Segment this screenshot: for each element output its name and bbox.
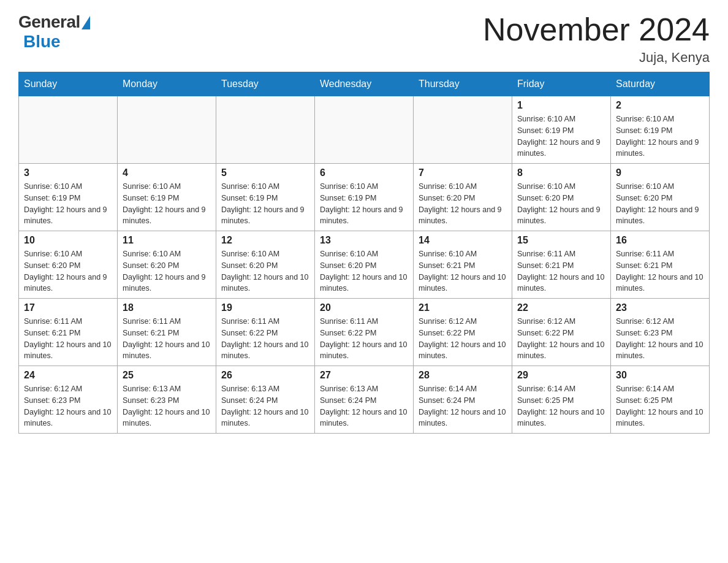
day-info: Sunrise: 6:14 AMSunset: 6:25 PMDaylight:…	[517, 383, 605, 429]
calendar-week-5: 24Sunrise: 6:12 AMSunset: 6:23 PMDayligh…	[19, 366, 710, 434]
day-info: Sunrise: 6:11 AMSunset: 6:21 PMDaylight:…	[616, 248, 704, 294]
calendar-cell	[315, 96, 414, 164]
day-number: 13	[320, 235, 408, 246]
day-number: 26	[221, 370, 309, 381]
logo-triangle-icon	[82, 16, 90, 29]
calendar-cell: 28Sunrise: 6:14 AMSunset: 6:24 PMDayligh…	[414, 366, 512, 434]
calendar-header-saturday: Saturday	[611, 72, 710, 96]
day-info: Sunrise: 6:10 AMSunset: 6:20 PMDaylight:…	[320, 248, 408, 294]
calendar-cell: 2Sunrise: 6:10 AMSunset: 6:19 PMDaylight…	[611, 96, 710, 164]
calendar-week-3: 10Sunrise: 6:10 AMSunset: 6:20 PMDayligh…	[19, 231, 710, 299]
day-info: Sunrise: 6:10 AMSunset: 6:20 PMDaylight:…	[24, 248, 112, 294]
day-number: 4	[123, 167, 211, 178]
logo: General Blue	[18, 12, 90, 52]
day-info: Sunrise: 6:10 AMSunset: 6:19 PMDaylight:…	[123, 181, 211, 227]
calendar-cell	[19, 96, 118, 164]
day-number: 3	[24, 167, 112, 178]
calendar-cell: 6Sunrise: 6:10 AMSunset: 6:19 PMDaylight…	[315, 164, 414, 231]
day-info: Sunrise: 6:10 AMSunset: 6:20 PMDaylight:…	[419, 181, 507, 227]
day-number: 9	[616, 167, 704, 178]
calendar-cell: 27Sunrise: 6:13 AMSunset: 6:24 PMDayligh…	[315, 366, 414, 434]
calendar-cell: 3Sunrise: 6:10 AMSunset: 6:19 PMDaylight…	[19, 164, 118, 231]
calendar-cell: 21Sunrise: 6:12 AMSunset: 6:22 PMDayligh…	[414, 299, 512, 366]
day-number: 27	[320, 370, 408, 381]
day-number: 7	[419, 167, 507, 178]
day-info: Sunrise: 6:13 AMSunset: 6:24 PMDaylight:…	[320, 383, 408, 429]
calendar-header-sunday: Sunday	[19, 72, 118, 96]
calendar-header-wednesday: Wednesday	[315, 72, 414, 96]
day-info: Sunrise: 6:11 AMSunset: 6:21 PMDaylight:…	[517, 248, 605, 294]
day-info: Sunrise: 6:14 AMSunset: 6:25 PMDaylight:…	[616, 383, 704, 429]
calendar-cell: 11Sunrise: 6:10 AMSunset: 6:20 PMDayligh…	[118, 231, 216, 299]
day-info: Sunrise: 6:13 AMSunset: 6:24 PMDaylight:…	[221, 383, 309, 429]
calendar-cell: 12Sunrise: 6:10 AMSunset: 6:20 PMDayligh…	[216, 231, 315, 299]
calendar-header-monday: Monday	[118, 72, 216, 96]
calendar-cell: 24Sunrise: 6:12 AMSunset: 6:23 PMDayligh…	[19, 366, 118, 434]
day-number: 14	[419, 235, 507, 246]
day-info: Sunrise: 6:11 AMSunset: 6:22 PMDaylight:…	[320, 316, 408, 362]
calendar-cell: 29Sunrise: 6:14 AMSunset: 6:25 PMDayligh…	[512, 366, 611, 434]
calendar-cell	[118, 96, 216, 164]
day-number: 6	[320, 167, 408, 178]
day-number: 2	[616, 100, 704, 111]
day-number: 11	[123, 235, 211, 246]
day-number: 23	[616, 302, 704, 313]
calendar-week-1: 1Sunrise: 6:10 AMSunset: 6:19 PMDaylight…	[19, 96, 710, 164]
calendar-cell: 17Sunrise: 6:11 AMSunset: 6:21 PMDayligh…	[19, 299, 118, 366]
day-info: Sunrise: 6:14 AMSunset: 6:24 PMDaylight:…	[419, 383, 507, 429]
day-number: 17	[24, 302, 112, 313]
day-info: Sunrise: 6:11 AMSunset: 6:22 PMDaylight:…	[221, 316, 309, 362]
calendar-cell: 14Sunrise: 6:10 AMSunset: 6:21 PMDayligh…	[414, 231, 512, 299]
logo-blue-text: Blue	[23, 32, 61, 51]
day-number: 30	[616, 370, 704, 381]
calendar-cell: 16Sunrise: 6:11 AMSunset: 6:21 PMDayligh…	[611, 231, 710, 299]
day-number: 19	[221, 302, 309, 313]
calendar-cell: 8Sunrise: 6:10 AMSunset: 6:20 PMDaylight…	[512, 164, 611, 231]
day-number: 5	[221, 167, 309, 178]
page-header: General Blue November 2024 Juja, Kenya	[18, 12, 710, 66]
calendar-cell: 20Sunrise: 6:11 AMSunset: 6:22 PMDayligh…	[315, 299, 414, 366]
calendar-cell: 15Sunrise: 6:11 AMSunset: 6:21 PMDayligh…	[512, 231, 611, 299]
day-info: Sunrise: 6:11 AMSunset: 6:21 PMDaylight:…	[123, 316, 211, 362]
day-info: Sunrise: 6:10 AMSunset: 6:20 PMDaylight:…	[616, 181, 704, 227]
calendar-header-row: SundayMondayTuesdayWednesdayThursdayFrid…	[19, 72, 710, 96]
logo-general-text: General	[18, 12, 80, 32]
calendar-week-4: 17Sunrise: 6:11 AMSunset: 6:21 PMDayligh…	[19, 299, 710, 366]
day-number: 12	[221, 235, 309, 246]
calendar-header-thursday: Thursday	[414, 72, 512, 96]
day-info: Sunrise: 6:10 AMSunset: 6:20 PMDaylight:…	[221, 248, 309, 294]
day-number: 28	[419, 370, 507, 381]
day-number: 18	[123, 302, 211, 313]
day-number: 24	[24, 370, 112, 381]
day-number: 29	[517, 370, 605, 381]
day-number: 16	[616, 235, 704, 246]
calendar-table: SundayMondayTuesdayWednesdayThursdayFrid…	[18, 72, 710, 434]
calendar-cell: 1Sunrise: 6:10 AMSunset: 6:19 PMDaylight…	[512, 96, 611, 164]
day-number: 25	[123, 370, 211, 381]
calendar-cell: 9Sunrise: 6:10 AMSunset: 6:20 PMDaylight…	[611, 164, 710, 231]
calendar-cell: 5Sunrise: 6:10 AMSunset: 6:19 PMDaylight…	[216, 164, 315, 231]
calendar-cell: 26Sunrise: 6:13 AMSunset: 6:24 PMDayligh…	[216, 366, 315, 434]
day-info: Sunrise: 6:10 AMSunset: 6:19 PMDaylight:…	[517, 113, 605, 159]
calendar-cell	[216, 96, 315, 164]
day-number: 8	[517, 167, 605, 178]
day-info: Sunrise: 6:10 AMSunset: 6:19 PMDaylight:…	[24, 181, 112, 227]
day-info: Sunrise: 6:11 AMSunset: 6:21 PMDaylight:…	[24, 316, 112, 362]
day-info: Sunrise: 6:10 AMSunset: 6:19 PMDaylight:…	[221, 181, 309, 227]
calendar-cell: 25Sunrise: 6:13 AMSunset: 6:23 PMDayligh…	[118, 366, 216, 434]
day-number: 10	[24, 235, 112, 246]
day-info: Sunrise: 6:12 AMSunset: 6:23 PMDaylight:…	[616, 316, 704, 362]
day-info: Sunrise: 6:10 AMSunset: 6:19 PMDaylight:…	[616, 113, 704, 159]
day-info: Sunrise: 6:10 AMSunset: 6:19 PMDaylight:…	[320, 181, 408, 227]
calendar-cell: 23Sunrise: 6:12 AMSunset: 6:23 PMDayligh…	[611, 299, 710, 366]
day-info: Sunrise: 6:13 AMSunset: 6:23 PMDaylight:…	[123, 383, 211, 429]
calendar-cell: 7Sunrise: 6:10 AMSunset: 6:20 PMDaylight…	[414, 164, 512, 231]
day-info: Sunrise: 6:12 AMSunset: 6:23 PMDaylight:…	[24, 383, 112, 429]
month-title: November 2024	[483, 12, 710, 47]
calendar-header-friday: Friday	[512, 72, 611, 96]
calendar-header-tuesday: Tuesday	[216, 72, 315, 96]
day-number: 20	[320, 302, 408, 313]
day-number: 1	[517, 100, 605, 111]
day-number: 21	[419, 302, 507, 313]
day-number: 22	[517, 302, 605, 313]
